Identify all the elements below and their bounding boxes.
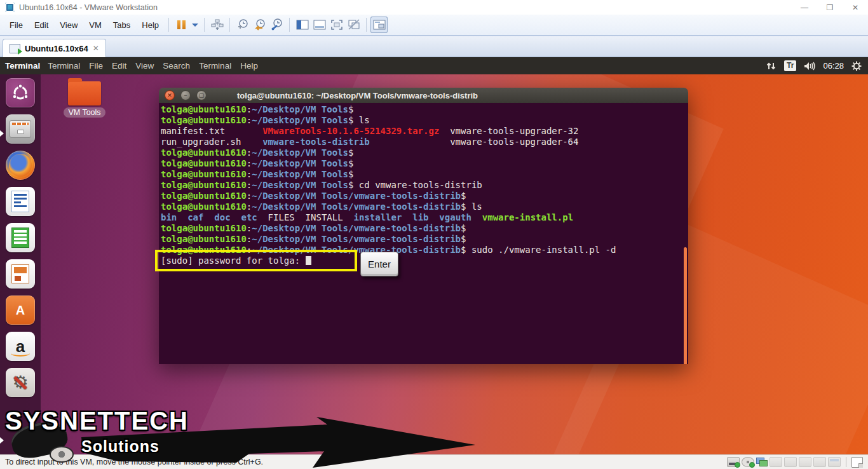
fullscreen-icon	[330, 19, 343, 31]
console-view-button[interactable]	[370, 17, 388, 33]
terminal-line: run_upgrader.sh vmware-tools-distrib vmw…	[161, 137, 688, 147]
close-button[interactable]: ✕	[843, 0, 868, 15]
toolbar-separator	[366, 18, 367, 32]
terminal-close-icon[interactable]: ✕	[165, 90, 175, 100]
menubar-item-edit[interactable]: Edit	[29, 18, 54, 32]
launcher-item-amazon[interactable]: a	[6, 332, 35, 361]
hard-disk-icon[interactable]	[727, 457, 740, 467]
vmware-menubar: FileEditViewVMTabsHelp	[0, 15, 868, 36]
ubuntu-top-panel: Terminal TerminalFileEditViewSearchTermi…	[0, 57, 868, 74]
file-cabinet-icon	[10, 120, 31, 138]
minimize-button[interactable]: —	[792, 0, 817, 15]
terminal-body[interactable]: tolga@ubuntu1610:~/Desktop/VM Tools$tolg…	[159, 103, 688, 364]
launcher-item-dash-home[interactable]	[6, 78, 35, 107]
show-library-button[interactable]	[294, 17, 311, 33]
send-ctrl-alt-del-button[interactable]	[208, 17, 226, 33]
menubar-item-view[interactable]: View	[54, 18, 83, 32]
software-center-icon: A	[16, 303, 25, 318]
network-adapter-icon[interactable]	[756, 458, 768, 466]
manage-snapshots-button[interactable]	[268, 17, 285, 33]
show-thumbnail-bar-button[interactable]	[311, 17, 328, 33]
terminal-maximize-icon[interactable]: ▢	[196, 90, 207, 100]
usb-device-icon[interactable]	[770, 457, 782, 467]
launcher-item-libreoffice-impress[interactable]	[6, 259, 35, 289]
vm-tab-icon	[10, 44, 20, 53]
launcher-item-ubuntu-software[interactable]: A	[6, 296, 35, 325]
terminal-window[interactable]: ✕ − ▢ tolga@ubuntu1610: ~/Desktop/VM Too…	[159, 88, 688, 364]
take-snapshot-button[interactable]	[234, 17, 251, 33]
terminal-minimize-icon[interactable]: −	[180, 90, 191, 100]
terminal-line: tolga@ubuntu1610:~/Desktop/VM Tools$	[161, 158, 688, 169]
writer-document-icon	[11, 191, 29, 212]
printer-icon[interactable]	[828, 457, 841, 467]
guest-menu-help[interactable]: Help	[240, 61, 258, 71]
usb-device-icon[interactable]	[784, 457, 797, 467]
guest-menu-view[interactable]: View	[135, 61, 154, 71]
usb-device-icon[interactable]	[813, 457, 826, 467]
launcher-item-system-settings[interactable]: ⚙	[6, 368, 35, 397]
window-controls: — ❐ ✕	[792, 0, 868, 15]
terminal-line: tolga@ubuntu1610:~/Desktop/VM Tools$ ls	[161, 115, 688, 126]
restore-button[interactable]: ❐	[817, 0, 843, 15]
firefox-icon	[9, 154, 32, 177]
fullscreen-button[interactable]	[328, 17, 345, 33]
menubar-item-vm[interactable]: VM	[83, 18, 107, 32]
cd-dvd-icon[interactable]	[742, 457, 754, 467]
keyboard-layout-indicator[interactable]: Tr	[784, 60, 796, 71]
terminal-line: bin caf doc etc FILES INSTALL installer …	[161, 212, 688, 223]
suspend-menu-button[interactable]	[190, 17, 200, 33]
focused-app-title: Terminal	[5, 61, 40, 71]
terminal-scrollbar[interactable]	[684, 247, 687, 364]
unity-mode-button[interactable]	[345, 17, 362, 33]
panel-indicators: Tr 06:28	[766, 60, 862, 71]
vm-screen: Terminal TerminalFileEditViewSearchTermi…	[0, 57, 868, 454]
revert-snapshot-button[interactable]	[251, 17, 268, 33]
suspend-icon	[177, 20, 186, 29]
manage-snapshots-icon	[271, 18, 283, 31]
launcher-item-firefox[interactable]	[6, 151, 35, 180]
menubar-item-help[interactable]: Help	[136, 18, 165, 32]
terminal-line: tolga@ubuntu1610:~/Desktop/VM Tools$	[161, 147, 688, 158]
terminal-line: tolga@ubuntu1610:~/Desktop/VM Tools/vmwa…	[161, 191, 688, 201]
guest-menu-terminal[interactable]: Terminal	[199, 61, 231, 71]
vmware-titlebar: Ubuntu16.10x64 - VMware Workstation — ❐ …	[0, 0, 868, 15]
message-log-icon[interactable]	[851, 457, 863, 468]
impress-presentation-icon	[11, 264, 29, 283]
running-app-arrow	[0, 437, 4, 444]
guest-menu-items: TerminalFileEditViewSearchTerminalHelp	[48, 61, 267, 71]
show-thumbnail-bar-icon	[313, 19, 326, 31]
toolbar-separator	[168, 18, 169, 32]
launcher-item-libreoffice-calc[interactable]	[6, 223, 35, 252]
menubar-item-tabs[interactable]: Tabs	[107, 18, 136, 32]
send-ctrl-alt-del-icon	[211, 18, 224, 31]
terminal-line: tolga@ubuntu1610:~/Desktop/VM Tools$	[161, 169, 688, 180]
tab-ubuntu[interactable]: Ubuntu16.10x64 ✕	[3, 39, 106, 57]
launcher-item-files[interactable]	[6, 114, 35, 144]
terminal-line: tolga@ubuntu1610:~/Desktop/VM Tools$ cd …	[161, 180, 688, 191]
guest-menu-search[interactable]: Search	[163, 61, 190, 71]
unity-launcher: A a ⚙	[0, 74, 41, 454]
usb-device-icon[interactable]	[799, 457, 811, 467]
terminal-lines: tolga@ubuntu1610:~/Desktop/VM Tools$tolg…	[161, 104, 688, 266]
revert-snapshot-icon	[254, 18, 266, 31]
launcher-item-libreoffice-writer[interactable]	[6, 187, 35, 216]
ubuntu-logo-icon	[11, 83, 30, 102]
menubar-item-file[interactable]: File	[4, 18, 29, 32]
network-arrows-icon[interactable]	[766, 62, 776, 71]
suspend-button[interactable]	[173, 17, 190, 33]
session-gear-icon[interactable]	[851, 61, 862, 71]
volume-icon[interactable]	[804, 62, 815, 71]
terminal-line: tolga@ubuntu1610:~/Desktop/VM Tools/vmwa…	[161, 234, 688, 245]
menu-items: FileEditViewVMTabsHelp	[4, 18, 165, 32]
terminal-titlebar[interactable]: ✕ − ▢ tolga@ubuntu1610: ~/Desktop/VM Too…	[159, 88, 688, 104]
console-view-icon	[373, 19, 386, 31]
guest-menu-file[interactable]: File	[89, 61, 103, 71]
desktop-folder-vm-tools[interactable]: VM Tools	[64, 81, 105, 118]
tab-label: Ubuntu16.10x64	[25, 44, 88, 53]
folder-label: VM Tools	[64, 107, 105, 118]
tab-close-icon[interactable]: ✕	[93, 44, 99, 53]
guest-menu-edit[interactable]: Edit	[112, 61, 126, 71]
terminal-line: tolga@ubuntu1610:~/Desktop/VM Tools/vmwa…	[161, 201, 688, 212]
clock[interactable]: 06:28	[823, 61, 844, 71]
guest-menu-terminal[interactable]: Terminal	[48, 61, 80, 71]
